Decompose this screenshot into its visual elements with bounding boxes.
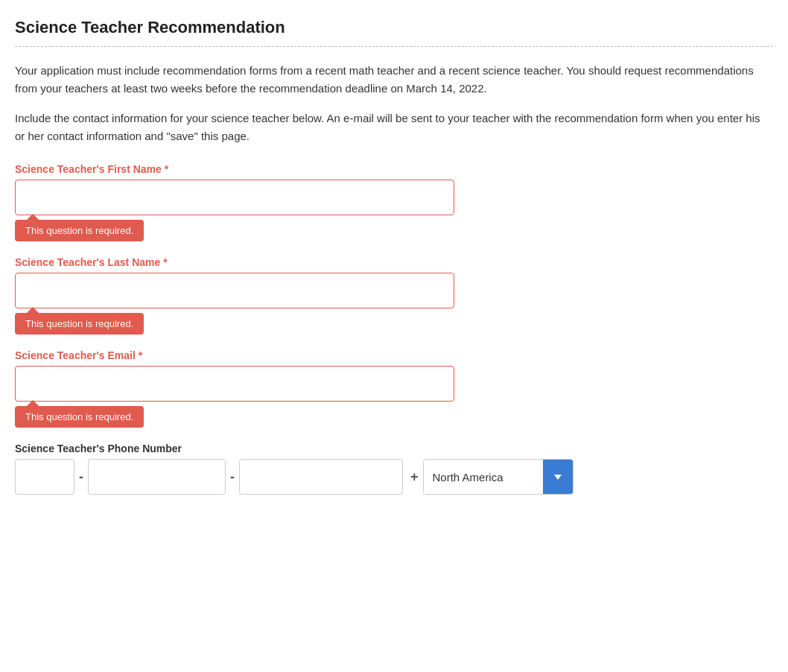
chevron-down-icon: [554, 475, 562, 480]
phone-part2-input[interactable]: [88, 459, 226, 495]
phone-part1-input[interactable]: [15, 459, 74, 495]
phone-label: Science Teacher's Phone Number: [15, 443, 773, 454]
first-name-label: Science Teacher's First Name *: [15, 163, 773, 175]
phone-part3-input[interactable]: [239, 459, 403, 495]
last-name-label: Science Teacher's Last Name *: [15, 256, 773, 268]
divider: [15, 46, 773, 47]
first-name-group: Science Teacher's First Name * This ques…: [15, 163, 773, 241]
description-1: Your application must include recommenda…: [15, 62, 773, 98]
phone-separator-1: -: [79, 469, 83, 485]
phone-separator-2: -: [230, 469, 235, 485]
email-error: This question is required.: [15, 406, 144, 428]
email-label: Science Teacher's Email *: [15, 349, 773, 361]
last-name-error: This question is required.: [15, 313, 144, 335]
region-select[interactable]: North America Europe Asia Other: [424, 460, 543, 494]
last-name-group: Science Teacher's Last Name * This quest…: [15, 256, 773, 335]
description-2: Include the contact information for your…: [15, 110, 773, 145]
email-input[interactable]: [15, 366, 454, 402]
region-select-wrapper: North America Europe Asia Other: [423, 459, 573, 495]
phone-plus: +: [410, 469, 419, 485]
region-dropdown-button[interactable]: [543, 460, 573, 494]
first-name-error: This question is required.: [15, 220, 144, 241]
first-name-input[interactable]: [15, 180, 454, 215]
phone-row: - - + North America Europe Asia Other: [15, 459, 773, 495]
email-group: Science Teacher's Email * This question …: [15, 349, 773, 428]
phone-group: Science Teacher's Phone Number - - + Nor…: [15, 443, 773, 495]
last-name-input[interactable]: [15, 273, 454, 308]
page-title: Science Teacher Recommendation: [15, 18, 773, 37]
